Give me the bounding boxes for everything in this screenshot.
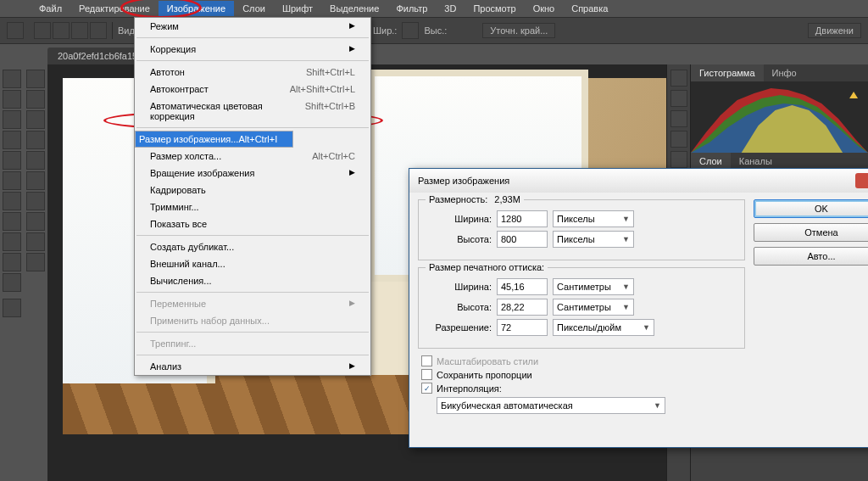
menu-item[interactable]: АвтотонShift+Ctrl+L (135, 64, 370, 81)
menu-item[interactable]: Размер изображения...Alt+Ctrl+I (135, 131, 293, 148)
resample-method-select[interactable]: Бикубическая автоматическая▼ (437, 397, 665, 414)
res-label: Разрешение: (427, 322, 492, 333)
menu-item[interactable]: Вращение изображения▶ (135, 165, 370, 182)
tool-b7-icon[interactable] (26, 192, 45, 210)
dialog-title: Размер изображения (418, 176, 509, 186)
pr-width-label: Ширина: (427, 282, 492, 292)
menu-item[interactable]: Внешний канал... (135, 255, 370, 272)
px-height-input[interactable] (497, 231, 548, 248)
width-label: Шир.: (373, 25, 397, 36)
tab-histogram[interactable]: Гистограмма (691, 64, 764, 81)
menu-type[interactable]: Шрифт (274, 1, 321, 16)
menu-image[interactable]: Изображение (159, 1, 234, 16)
marquee-rect-icon[interactable] (34, 22, 51, 39)
swap-wh-icon[interactable] (402, 22, 419, 39)
panel-icon-3[interactable] (670, 110, 687, 127)
px-width-input[interactable] (497, 210, 548, 227)
options-bar: Вид. Шир.: Выс.: Уточн. край... Движени (0, 17, 868, 44)
print-size-group: Размер печатного оттиска: Ширина: Сантим… (418, 267, 745, 349)
menu-select[interactable]: Выделение (321, 1, 387, 16)
panel-icon-5[interactable] (670, 151, 687, 168)
tool-palette-left (0, 64, 24, 481)
lasso-tool-icon[interactable] (3, 110, 21, 129)
menu-item[interactable]: Автоматическая цветовая коррекцияShift+C… (135, 98, 370, 125)
refine-edge-button[interactable]: Уточн. край... (482, 23, 555, 38)
pr-width-unit-select[interactable]: Сантиметры▼ (553, 278, 634, 295)
menu-item[interactable]: Режим▶ (135, 18, 370, 35)
resample-checkbox[interactable]: ✓Интерполяция: (421, 383, 745, 394)
dialog-titlebar[interactable]: Размер изображения ✕ (409, 169, 868, 193)
menu-item[interactable]: Кадрировать (135, 182, 370, 199)
arrow-tool-icon[interactable] (3, 253, 21, 271)
pen-tool-icon[interactable] (3, 273, 21, 292)
marquee-tool-icon[interactable] (3, 90, 21, 109)
eraser-tool-icon[interactable] (3, 232, 21, 251)
panel-icon-2[interactable] (670, 90, 687, 107)
menu-filter[interactable]: Фильтр (387, 1, 436, 16)
tab-info[interactable]: Инфо (764, 64, 805, 81)
res-input[interactable] (497, 319, 548, 336)
tool-b6-icon[interactable] (26, 171, 45, 190)
menu-window[interactable]: Окно (525, 1, 564, 16)
menu-item[interactable]: АвтоконтрастAlt+Shift+Ctrl+L (135, 81, 370, 98)
menu-edit[interactable]: Редактирование (70, 1, 159, 16)
panel-icon-4[interactable] (670, 131, 687, 148)
marquee-add-icon[interactable] (71, 22, 88, 39)
brush-tool-icon[interactable] (3, 192, 21, 210)
px-width-unit-select[interactable]: Пикселы▼ (553, 210, 634, 227)
marquee-sub-icon[interactable] (90, 22, 107, 39)
pr-width-input[interactable] (497, 278, 548, 295)
pr-height-input[interactable] (497, 299, 548, 316)
tool-b3-icon[interactable] (26, 110, 45, 129)
wand-tool-icon[interactable] (3, 131, 21, 149)
zoom-tool-icon[interactable] (26, 253, 45, 271)
constrain-checkbox[interactable]: Сохранить пропорции (421, 369, 745, 380)
eyedropper-tool-icon[interactable] (3, 171, 21, 190)
foreground-swatch[interactable] (3, 299, 21, 317)
scale-styles-checkbox: Масштабировать стили (421, 355, 745, 366)
motion-button[interactable]: Движени (808, 23, 861, 38)
menu-help[interactable]: Справка (563, 1, 616, 16)
menu-layers[interactable]: Слои (234, 1, 274, 16)
dialog-close-button[interactable]: ✕ (855, 173, 868, 188)
pr-height-unit-select[interactable]: Сантиметры▼ (553, 299, 634, 316)
menu-3d[interactable]: 3D (436, 1, 465, 16)
ok-button[interactable]: OK (754, 199, 868, 218)
menu-item[interactable]: Тримминг... (135, 199, 370, 215)
tool-b5-icon[interactable] (26, 151, 45, 170)
tool-b4-icon[interactable] (26, 131, 45, 149)
image-size-dialog: Размер изображения ✕ Размерность: 2,93M … (409, 168, 868, 448)
document-tabbar: 20a0f2efd1cb6fa158a × (0, 44, 868, 64)
menu-view[interactable]: Просмотр (465, 1, 524, 16)
tool-indicator[interactable] (7, 22, 24, 39)
menu-item[interactable]: Вычисления... (135, 272, 370, 289)
tool-b8-icon[interactable] (26, 212, 45, 231)
menu-item[interactable]: Размер холста...Alt+Ctrl+C (135, 148, 370, 165)
tool-b1-icon[interactable] (26, 70, 45, 88)
menu-file[interactable]: Файл (31, 1, 70, 16)
text-tool-icon[interactable] (26, 232, 45, 251)
tab-layers[interactable]: Слои (691, 153, 731, 170)
menu-item[interactable]: Анализ▶ (135, 358, 370, 375)
menu-item[interactable]: Создать дубликат... (135, 238, 370, 255)
px-height-unit-select[interactable]: Пикселы▼ (553, 231, 634, 248)
histogram-display (691, 81, 868, 153)
tool-b2-icon[interactable] (26, 90, 45, 109)
res-unit-select[interactable]: Пикселы/дюйм▼ (553, 319, 654, 336)
cancel-button[interactable]: Отмена (754, 223, 868, 242)
auto-button[interactable]: Авто... (754, 247, 868, 266)
clone-tool-icon[interactable] (3, 212, 21, 231)
marquee-ellipse-icon[interactable] (53, 22, 70, 39)
tab-channels[interactable]: Каналы (731, 153, 781, 170)
panel-icon-1[interactable] (670, 70, 687, 87)
crop-tool-icon[interactable] (3, 151, 21, 170)
print-legend: Размер печатного оттиска: (429, 262, 544, 272)
move-tool-icon[interactable] (3, 70, 21, 88)
dim-value: 2,93M (494, 194, 520, 204)
pr-height-label: Высота: (427, 302, 492, 312)
image-menu-dropdown: Режим▶Коррекция▶АвтотонShift+Ctrl+LАвток… (134, 17, 371, 376)
px-width-label: Ширина: (427, 214, 492, 224)
menu-item[interactable]: Коррекция▶ (135, 41, 370, 58)
menu-item: Треппинг... (135, 335, 370, 352)
menu-item[interactable]: Показать все (135, 215, 370, 232)
